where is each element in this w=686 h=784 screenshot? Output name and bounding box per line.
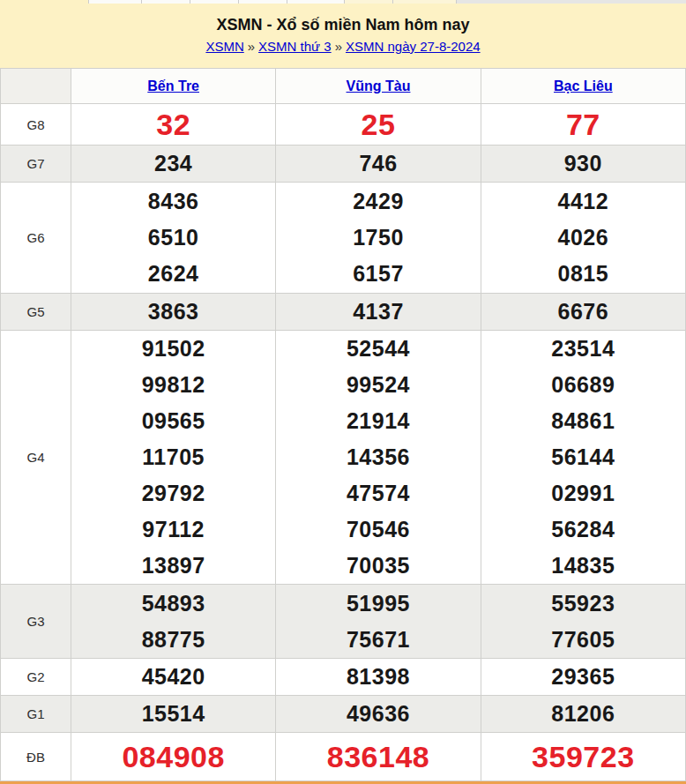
prize-numbers-cell-g1-col2: 81206 <box>481 696 685 733</box>
prize-row-g6: G6843665102624242917506157441240260815 <box>1 183 686 294</box>
prize-numbers-cell-g5-col0: 3863 <box>71 294 276 331</box>
prize-number: 4137 <box>276 294 480 330</box>
prize-number: 8436 <box>71 183 275 220</box>
prize-number: 4026 <box>481 220 685 256</box>
prize-numbers-cell-g5-col1: 4137 <box>276 294 481 331</box>
prize-number: 02991 <box>481 475 685 511</box>
prize-number: 81206 <box>481 696 685 732</box>
results-table-body: G8322577G7234746930G68436651026242429175… <box>1 104 686 781</box>
column-header-cell: Bến Tre <box>71 69 276 104</box>
prize-number: 97112 <box>71 511 275 548</box>
prize-number: 746 <box>276 146 480 182</box>
prize-numbers-cell-g6-col1: 242917506157 <box>276 183 481 294</box>
prize-numbers-cell-g4-col1: 52544995242191414356475747054670035 <box>276 331 481 585</box>
prize-numbers-cell-g6-col2: 441240260815 <box>481 183 685 294</box>
prize-label-db: ĐB <box>1 733 71 781</box>
prize-row-db: ĐB084908836148359723 <box>1 733 686 781</box>
column-header-link-1[interactable]: Vũng Tàu <box>347 78 411 93</box>
prize-number: 23514 <box>481 331 685 367</box>
prize-row-g4: G491502998120956511705297929711213897525… <box>1 331 686 585</box>
prize-row-g7: G7234746930 <box>1 146 686 183</box>
prize-row-g3: G3548938877551995756715592377605 <box>1 585 686 659</box>
column-header-cell: Vũng Tàu <box>276 69 481 104</box>
prize-number: 6676 <box>481 294 685 330</box>
prize-number: 11705 <box>71 439 275 475</box>
prize-numbers-cell-db-col1: 836148 <box>276 733 481 781</box>
prize-numbers-cell-g5-col2: 6676 <box>481 294 685 331</box>
prize-number: 70035 <box>276 548 480 584</box>
prize-row-g1: G1155144963681206 <box>1 696 686 733</box>
prize-numbers-cell-g3-col0: 5489388775 <box>71 585 276 659</box>
prize-numbers-cell-g3-col2: 5592377605 <box>481 585 685 659</box>
prize-label-g1: G1 <box>1 696 71 733</box>
prize-number: 1750 <box>276 220 480 256</box>
prize-number: 99812 <box>71 367 275 403</box>
prize-number: 29792 <box>71 475 275 511</box>
prize-number: 91502 <box>71 331 275 367</box>
prize-numbers-cell-db-col0: 084908 <box>71 733 276 781</box>
prize-number: 836148 <box>276 733 480 780</box>
breadcrumb-link-0[interactable]: XSMN <box>205 39 243 54</box>
column-header-row: Bến TreVũng TàuBạc Liêu <box>1 69 686 104</box>
results-table: Bến TreVũng TàuBạc Liêu G8322577G7234746… <box>0 68 686 781</box>
breadcrumb: XSMN»XSMN thứ 3»XSMN ngày 27-8-2024 <box>0 39 686 54</box>
prize-number: 81398 <box>276 659 480 695</box>
prize-number: 47574 <box>276 475 480 511</box>
prize-numbers-cell-g6-col0: 843665102624 <box>71 183 276 294</box>
prize-numbers-cell-g7-col0: 234 <box>71 146 276 183</box>
breadcrumb-link-2[interactable]: XSMN ngày 27-8-2024 <box>346 39 481 54</box>
breadcrumb-link-1[interactable]: XSMN thứ 3 <box>258 39 332 54</box>
prize-number: 2429 <box>276 183 480 220</box>
prize-number: 32 <box>71 104 275 145</box>
prize-number: 084908 <box>71 733 275 780</box>
prize-label-g2: G2 <box>1 659 71 696</box>
prize-numbers-cell-g2-col2: 29365 <box>481 659 685 696</box>
prize-numbers-cell-g7-col1: 746 <box>276 146 481 183</box>
prize-number: 359723 <box>481 733 685 780</box>
prize-number: 49636 <box>276 696 480 732</box>
prize-row-g5: G5386341376676 <box>1 294 686 331</box>
column-header-link-0[interactable]: Bến Tre <box>147 78 199 93</box>
page-title: XSMN - Xổ số miền Nam hôm nay <box>0 14 686 35</box>
prize-number: 6510 <box>71 220 275 256</box>
prize-number: 21914 <box>276 403 480 439</box>
prize-label-g4: G4 <box>1 331 71 585</box>
prize-row-g8: G8322577 <box>1 104 686 146</box>
column-header-cell: Bạc Liêu <box>481 69 685 104</box>
prize-number: 25 <box>276 104 480 145</box>
prize-number: 0815 <box>481 256 685 292</box>
results-table-head: Bến TreVũng TàuBạc Liêu <box>1 69 686 104</box>
prize-number: 56284 <box>481 511 685 548</box>
prize-number: 14835 <box>481 548 685 584</box>
prize-label-g6: G6 <box>1 183 71 294</box>
prize-number: 84861 <box>481 403 685 439</box>
breadcrumb-separator: » <box>332 39 346 54</box>
prize-numbers-cell-db-col2: 359723 <box>481 733 685 781</box>
prize-number: 3863 <box>71 294 275 330</box>
prize-numbers-cell-g1-col0: 15514 <box>71 696 276 733</box>
prize-numbers-cell-g3-col1: 5199575671 <box>276 585 481 659</box>
prize-numbers-cell-g4-col0: 91502998120956511705297929711213897 <box>71 331 276 585</box>
prize-number: 13897 <box>71 548 275 584</box>
prize-numbers-cell-g8-col0: 32 <box>71 104 276 146</box>
corner-cell <box>1 69 71 104</box>
prize-label-g3: G3 <box>1 585 71 659</box>
prize-numbers-cell-g7-col2: 930 <box>481 146 685 183</box>
prize-numbers-cell-g4-col2: 23514066898486156144029915628414835 <box>481 331 685 585</box>
prize-number: 4412 <box>481 183 685 220</box>
column-header-link-2[interactable]: Bạc Liêu <box>554 78 613 93</box>
prize-number: 99524 <box>276 367 480 403</box>
prize-number: 51995 <box>276 586 480 622</box>
prize-numbers-cell-g8-col2: 77 <box>481 104 685 146</box>
prize-numbers-cell-g2-col0: 45420 <box>71 659 276 696</box>
prize-number: 234 <box>71 146 275 182</box>
prize-numbers-cell-g1-col1: 49636 <box>276 696 481 733</box>
prize-label-g7: G7 <box>1 146 71 183</box>
prize-number: 52544 <box>276 331 480 367</box>
prize-number: 88775 <box>71 622 275 658</box>
page-header: XSMN - Xổ số miền Nam hôm nay XSMN»XSMN … <box>0 4 686 68</box>
breadcrumb-separator: » <box>244 39 258 54</box>
prize-numbers-cell-g2-col1: 81398 <box>276 659 481 696</box>
prize-number: 29365 <box>481 659 685 695</box>
prize-number: 09565 <box>71 403 275 439</box>
